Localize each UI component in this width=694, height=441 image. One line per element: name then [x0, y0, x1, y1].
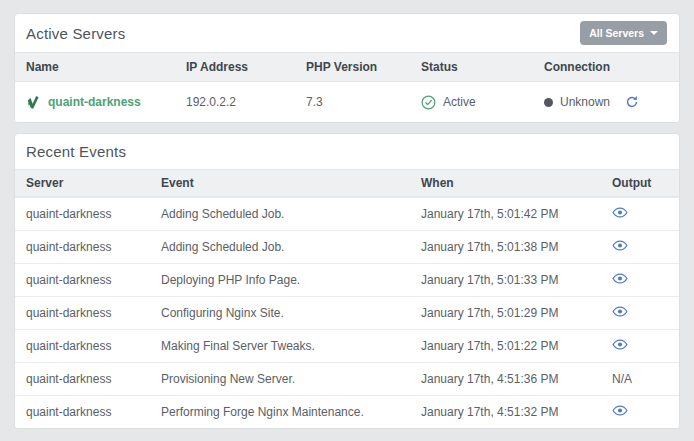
eye-icon [612, 405, 628, 416]
event-row: quaint-darkness Provisioning New Server.… [15, 362, 679, 395]
connection-status-text: Unknown [560, 95, 610, 109]
recent-events-title: Recent Events [26, 143, 126, 160]
event-row: quaint-darkness Deploying PHP Info Page.… [15, 263, 679, 296]
eye-icon [612, 240, 628, 251]
server-ip: 192.0.2.2 [175, 95, 295, 109]
view-output-button[interactable] [612, 240, 628, 251]
event-row: quaint-darkness Adding Scheduled Job. Ja… [15, 230, 679, 263]
server-provider-icon [26, 95, 40, 110]
eye-icon [612, 207, 628, 218]
event-row: quaint-darkness Configuring Nginx Site. … [15, 296, 679, 329]
event-when: January 17th, 5:01:22 PM [410, 339, 601, 353]
server-status-text: Active [443, 95, 476, 109]
event-description: Deploying PHP Info Page. [150, 273, 410, 287]
col-status: Status [410, 60, 533, 74]
event-when: January 17th, 4:51:36 PM [410, 372, 601, 386]
events-table-header: Server Event When Output [15, 169, 679, 197]
view-output-button[interactable] [612, 273, 628, 284]
all-servers-dropdown[interactable]: All Servers [580, 21, 667, 45]
view-output-button[interactable] [612, 207, 628, 218]
event-row: quaint-darkness Performing Forge Nginx M… [15, 395, 679, 428]
event-row: quaint-darkness Making Final Server Twea… [15, 329, 679, 362]
dashboard-page: Active Servers All Servers Name IP Addre… [0, 0, 694, 441]
active-servers-header: Active Servers All Servers [15, 14, 679, 52]
eye-icon [612, 339, 628, 350]
eye-icon [612, 273, 628, 284]
refresh-connection-button[interactable] [625, 95, 639, 109]
col-ip-address: IP Address [175, 60, 295, 74]
server-name-link[interactable]: quaint-darkness [48, 95, 141, 109]
view-output-button[interactable] [612, 306, 628, 317]
event-when: January 17th, 4:51:32 PM [410, 405, 601, 419]
event-description: Making Final Server Tweaks. [150, 339, 410, 353]
status-check-circle-icon [421, 95, 436, 110]
recent-events-header: Recent Events [15, 134, 679, 169]
event-description: Configuring Nginx Site. [150, 306, 410, 320]
recent-events-panel: Recent Events Server Event When Output q… [14, 133, 680, 429]
event-server: quaint-darkness [15, 240, 150, 254]
event-when: January 17th, 5:01:42 PM [410, 207, 601, 221]
connection-status-dot-icon [544, 98, 553, 107]
col-connection: Connection [533, 60, 679, 74]
col-output: Output [601, 176, 679, 190]
server-row: quaint-darkness 192.0.2.2 7.3 Active [15, 82, 679, 122]
refresh-icon [625, 95, 639, 109]
server-php-version: 7.3 [295, 95, 410, 109]
servers-table-header: Name IP Address PHP Version Status Conne… [15, 52, 679, 82]
col-server: Server [15, 176, 150, 190]
event-description: Performing Forge Nginx Maintenance. [150, 405, 410, 419]
event-when: January 17th, 5:01:38 PM [410, 240, 601, 254]
event-server: quaint-darkness [15, 207, 150, 221]
col-when: When [410, 176, 601, 190]
active-servers-title: Active Servers [26, 25, 126, 42]
event-when: January 17th, 5:01:33 PM [410, 273, 601, 287]
event-when: January 17th, 5:01:29 PM [410, 306, 601, 320]
view-output-button[interactable] [612, 405, 628, 416]
event-description: Provisioning New Server. [150, 372, 410, 386]
event-server: quaint-darkness [15, 405, 150, 419]
eye-icon [612, 306, 628, 317]
col-name: Name [15, 60, 175, 74]
event-server: quaint-darkness [15, 273, 150, 287]
col-php-version: PHP Version [295, 60, 410, 74]
event-server: quaint-darkness [15, 306, 150, 320]
chevron-down-icon [650, 31, 658, 35]
output-not-available: N/A [612, 372, 632, 386]
event-server: quaint-darkness [15, 372, 150, 386]
all-servers-dropdown-label: All Servers [589, 27, 644, 39]
event-description: Adding Scheduled Job. [150, 207, 410, 221]
view-output-button[interactable] [612, 339, 628, 350]
event-description: Adding Scheduled Job. [150, 240, 410, 254]
event-server: quaint-darkness [15, 339, 150, 353]
active-servers-panel: Active Servers All Servers Name IP Addre… [14, 13, 680, 123]
event-row: quaint-darkness Adding Scheduled Job. Ja… [15, 197, 679, 230]
col-event: Event [150, 176, 410, 190]
